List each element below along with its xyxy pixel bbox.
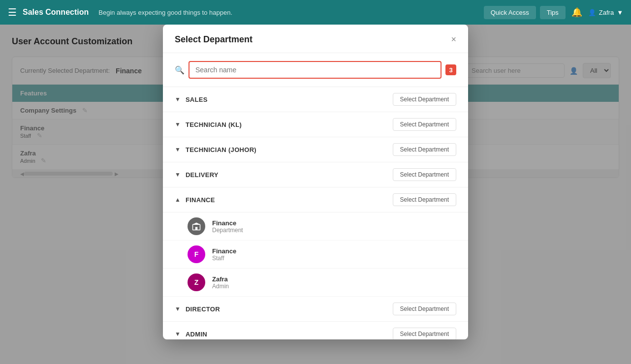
- modal-close-button[interactable]: ×: [451, 34, 456, 45]
- select-director-button[interactable]: Select Department: [393, 303, 456, 315]
- bell-icon[interactable]: 🔔: [569, 5, 584, 20]
- department-avatar: [188, 217, 205, 235]
- top-navigation: ☰ Sales Connection Begin always expectin…: [0, 0, 631, 25]
- department-item-technician-johor: ▼ TECHNICIAN (JOHOR) Select Department: [163, 137, 468, 162]
- select-department-modal: Select Department × 🔍 3 ▼ SALES Select D…: [163, 25, 468, 339]
- chevron-right-icon[interactable]: ▼: [175, 146, 181, 153]
- menu-icon[interactable]: ☰: [8, 6, 17, 18]
- user-chevron-icon: ▼: [617, 9, 623, 16]
- select-finance-button[interactable]: Select Department: [393, 193, 456, 206]
- chevron-right-icon[interactable]: ▼: [175, 331, 181, 337]
- department-item-technician-kl: ▼ TECHNICIAN (KL) Select Department: [163, 112, 468, 137]
- svg-rect-1: [195, 227, 198, 230]
- search-badge: 3: [445, 64, 456, 75]
- modal-title: Select Department: [175, 34, 252, 45]
- finance-sub-item-staff: F Finance Staff: [163, 241, 468, 269]
- main-content: User Account Customization Currently Sel…: [0, 25, 631, 364]
- user-icon: 👤: [588, 9, 596, 16]
- select-admin-button[interactable]: Select Department: [393, 328, 456, 339]
- chevron-right-icon[interactable]: ▼: [175, 96, 181, 103]
- app-title: Sales Connection: [23, 8, 89, 17]
- chevron-right-icon[interactable]: ▼: [175, 171, 181, 178]
- department-item-finance: ▲ FINANCE Select Department: [163, 187, 468, 212]
- finance-sub-item-admin: Z Zafra Admin: [163, 269, 468, 297]
- staff-avatar: F: [188, 245, 205, 263]
- chevron-up-icon[interactable]: ▲: [175, 196, 181, 203]
- tips-button[interactable]: Tips: [540, 6, 566, 19]
- department-search-input[interactable]: [189, 61, 442, 79]
- user-name: Zafra: [599, 9, 614, 16]
- top-right-actions: Quick Access Tips 🔔 👤 Zafra ▼: [484, 5, 623, 20]
- department-item-admin: ▼ ADMIN Select Department: [163, 322, 468, 339]
- building-icon: [192, 222, 201, 231]
- modal-header: Select Department ×: [163, 25, 468, 53]
- chevron-right-icon[interactable]: ▼: [175, 305, 181, 312]
- finance-sub-item-department: Finance Department: [163, 212, 468, 241]
- select-delivery-button[interactable]: Select Department: [393, 168, 456, 181]
- department-list: ▼ SALES Select Department ▼ TECHNICIAN (…: [163, 87, 468, 339]
- select-technician-johor-button[interactable]: Select Department: [393, 143, 456, 156]
- department-item-director: ▼ DIRECTOR Select Department: [163, 297, 468, 322]
- search-icon: 🔍: [175, 65, 185, 75]
- chevron-right-icon[interactable]: ▼: [175, 121, 181, 128]
- app-subtitle: Begin always expecting good things to ha…: [98, 9, 232, 16]
- modal-search-bar: 🔍 3: [163, 53, 468, 87]
- modal-overlay: Select Department × 🔍 3 ▼ SALES Select D…: [0, 25, 631, 364]
- department-item-sales: ▼ SALES Select Department: [163, 87, 468, 112]
- select-technician-kl-button[interactable]: Select Department: [393, 118, 456, 131]
- select-sales-button[interactable]: Select Department: [393, 93, 456, 106]
- user-menu[interactable]: 👤 Zafra ▼: [588, 9, 623, 16]
- quick-access-button[interactable]: Quick Access: [484, 6, 536, 19]
- admin-avatar: Z: [188, 273, 205, 291]
- department-item-delivery: ▼ DELIVERY Select Department: [163, 162, 468, 187]
